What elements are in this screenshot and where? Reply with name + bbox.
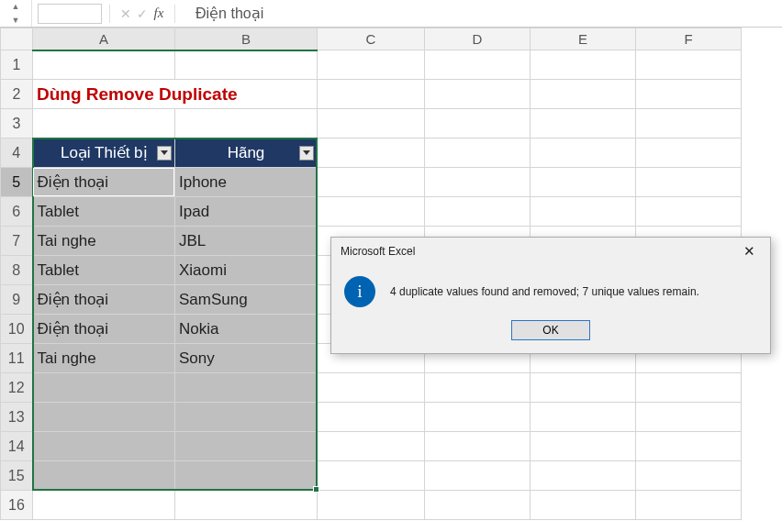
cell-E4[interactable] (531, 139, 636, 168)
cell-A15[interactable] (33, 461, 175, 491)
cell-F12[interactable] (636, 373, 742, 403)
formula-input[interactable] (183, 4, 782, 24)
cell-B15[interactable] (175, 461, 318, 491)
cell-F15[interactable] (636, 461, 742, 491)
cell-F13[interactable] (636, 403, 742, 432)
row-header-12[interactable]: 12 (1, 373, 33, 403)
close-icon[interactable]: ✕ (735, 241, 763, 261)
cell-C14[interactable] (318, 432, 425, 461)
cell-B9[interactable]: SamSung (175, 285, 318, 315)
cell-A16[interactable] (33, 491, 175, 520)
cell-E13[interactable] (531, 403, 636, 432)
row-header-2[interactable]: 2 (1, 80, 33, 109)
cell-A2[interactable]: Dùng Remove Duplicate (33, 80, 318, 109)
cell-C4[interactable] (318, 139, 425, 168)
cell-F4[interactable] (636, 139, 742, 168)
cell-D5[interactable] (425, 168, 531, 197)
insert-function-icon[interactable]: fx (151, 6, 167, 21)
cell-F1[interactable] (636, 50, 742, 80)
row-header-10[interactable]: 10 (1, 315, 33, 344)
cell-F2[interactable] (636, 80, 742, 109)
cell-A9[interactable]: Điện thoại (33, 285, 175, 315)
row-header-5[interactable]: 5 (1, 168, 33, 197)
col-header-E[interactable]: E (531, 28, 636, 50)
cell-A10[interactable]: Điện thoại (33, 315, 175, 344)
cell-D2[interactable] (425, 80, 531, 109)
cell-E6[interactable] (531, 197, 636, 227)
cell-A1[interactable] (33, 50, 175, 80)
cell-E2[interactable] (531, 80, 636, 109)
cell-D16[interactable] (425, 491, 531, 520)
select-all-corner[interactable] (1, 28, 33, 50)
cell-A3[interactable] (33, 109, 175, 139)
filter-icon[interactable] (299, 146, 314, 161)
col-header-D[interactable]: D (425, 28, 531, 50)
cell-C13[interactable] (318, 403, 425, 432)
row-header-6[interactable]: 6 (1, 197, 33, 227)
cell-F16[interactable] (636, 491, 742, 520)
cell-F5[interactable] (636, 168, 742, 197)
cell-C12[interactable] (318, 373, 425, 403)
cell-A12[interactable] (33, 373, 175, 403)
col-header-A[interactable]: A (33, 28, 175, 50)
col-header-C[interactable]: C (318, 28, 425, 50)
row-header-14[interactable]: 14 (1, 432, 33, 461)
cell-B13[interactable] (175, 403, 318, 432)
cell-D6[interactable] (425, 197, 531, 227)
cell-B7[interactable]: JBL (175, 227, 318, 256)
row-header-8[interactable]: 8 (1, 256, 33, 285)
cell-B4[interactable]: Hãng (175, 139, 318, 168)
cell-E3[interactable] (531, 109, 636, 139)
cell-C5[interactable] (318, 168, 425, 197)
row-header-7[interactable]: 7 (1, 227, 33, 256)
cell-B5[interactable]: Iphone (175, 168, 318, 197)
cell-B3[interactable] (175, 109, 318, 139)
cell-A6[interactable]: Tablet (33, 197, 175, 227)
cell-F3[interactable] (636, 109, 742, 139)
cell-C6[interactable] (318, 197, 425, 227)
cell-E16[interactable] (531, 491, 636, 520)
cell-B8[interactable]: Xiaomi (175, 256, 318, 285)
cell-B6[interactable]: Ipad (175, 197, 318, 227)
cell-A7[interactable]: Tai nghe (33, 227, 175, 256)
cell-E14[interactable] (531, 432, 636, 461)
cell-A14[interactable] (33, 432, 175, 461)
cell-D14[interactable] (425, 432, 531, 461)
row-header-11[interactable]: 11 (1, 344, 33, 373)
cell-A11[interactable]: Tai nghe (33, 344, 175, 373)
cell-D12[interactable] (425, 373, 531, 403)
cell-B14[interactable] (175, 432, 318, 461)
cell-C1[interactable] (318, 50, 425, 80)
col-header-B[interactable]: B (175, 28, 318, 50)
row-header-15[interactable]: 15 (1, 461, 33, 491)
cell-B1[interactable] (175, 50, 318, 80)
row-header-1[interactable]: 1 (1, 50, 33, 80)
cell-C3[interactable] (318, 109, 425, 139)
cell-F6[interactable] (636, 197, 742, 227)
cell-C16[interactable] (318, 491, 425, 520)
col-header-F[interactable]: F (636, 28, 742, 50)
row-header-13[interactable]: 13 (1, 403, 33, 432)
dialog-titlebar[interactable]: Microsoft Excel ✕ (331, 238, 770, 265)
cell-A8[interactable]: Tablet (33, 256, 175, 285)
cell-D13[interactable] (425, 403, 531, 432)
row-header-4[interactable]: 4 (1, 139, 33, 168)
name-box[interactable] (38, 4, 102, 24)
formula-scroll[interactable]: ▲▼ (0, 0, 32, 27)
cell-B12[interactable] (175, 373, 318, 403)
filter-icon[interactable] (157, 146, 172, 161)
ok-button[interactable]: OK (511, 320, 590, 340)
cell-E5[interactable] (531, 168, 636, 197)
cell-E12[interactable] (531, 373, 636, 403)
cell-D3[interactable] (425, 109, 531, 139)
row-header-16[interactable]: 16 (1, 491, 33, 520)
cell-D1[interactable] (425, 50, 531, 80)
cell-F14[interactable] (636, 432, 742, 461)
cell-C15[interactable] (318, 461, 425, 491)
cell-A5[interactable]: Điện thoại (33, 168, 175, 197)
cell-A13[interactable] (33, 403, 175, 432)
cell-D15[interactable] (425, 461, 531, 491)
cell-E15[interactable] (531, 461, 636, 491)
cell-A4[interactable]: Loại Thiết bị (33, 139, 175, 168)
cell-B11[interactable]: Sony (175, 344, 318, 373)
